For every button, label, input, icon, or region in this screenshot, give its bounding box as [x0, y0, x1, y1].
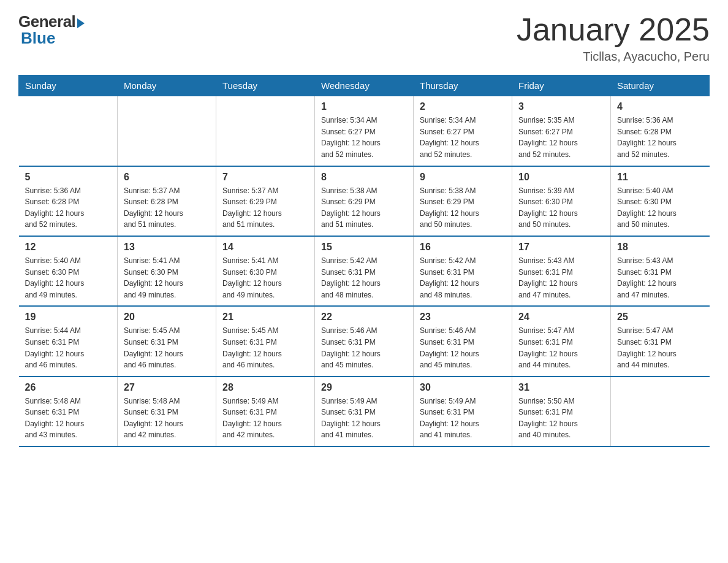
- calendar-table: SundayMondayTuesdayWednesdayThursdayFrid…: [18, 75, 710, 447]
- calendar-cell: 21Sunrise: 5:45 AMSunset: 6:31 PMDayligh…: [216, 306, 315, 376]
- day-info: Sunrise: 5:36 AMSunset: 6:28 PMDaylight:…: [25, 185, 112, 231]
- calendar-cell: 11Sunrise: 5:40 AMSunset: 6:30 PMDayligh…: [611, 166, 710, 236]
- day-number: 19: [25, 312, 112, 323]
- day-number: 5: [25, 172, 112, 183]
- header-row: SundayMondayTuesdayWednesdayThursdayFrid…: [19, 75, 710, 96]
- calendar-cell: 27Sunrise: 5:48 AMSunset: 6:31 PMDayligh…: [118, 377, 216, 446]
- week-row-4: 19Sunrise: 5:44 AMSunset: 6:31 PMDayligh…: [19, 306, 710, 376]
- day-info: Sunrise: 5:37 AMSunset: 6:28 PMDaylight:…: [124, 185, 210, 231]
- header-day-thursday: Thursday: [414, 75, 512, 96]
- calendar-body: 1Sunrise: 5:34 AMSunset: 6:27 PMDaylight…: [19, 96, 710, 446]
- day-number: 13: [124, 242, 210, 253]
- day-info: Sunrise: 5:42 AMSunset: 6:31 PMDaylight:…: [321, 255, 407, 301]
- day-number: 28: [222, 382, 308, 393]
- calendar-cell: 1Sunrise: 5:34 AMSunset: 6:27 PMDaylight…: [315, 96, 414, 166]
- day-info: Sunrise: 5:48 AMSunset: 6:31 PMDaylight:…: [25, 396, 112, 441]
- day-info: Sunrise: 5:38 AMSunset: 6:29 PMDaylight:…: [321, 185, 407, 231]
- calendar-cell: 30Sunrise: 5:49 AMSunset: 6:31 PMDayligh…: [414, 377, 512, 446]
- day-number: 17: [518, 242, 604, 253]
- day-number: 12: [25, 242, 112, 253]
- day-number: 26: [25, 382, 112, 393]
- day-number: 31: [518, 382, 604, 393]
- day-number: 21: [222, 312, 308, 323]
- calendar-cell: 10Sunrise: 5:39 AMSunset: 6:30 PMDayligh…: [512, 166, 611, 236]
- day-number: 8: [321, 172, 407, 183]
- header-day-wednesday: Wednesday: [315, 75, 414, 96]
- calendar-cell: 2Sunrise: 5:34 AMSunset: 6:27 PMDaylight…: [414, 96, 512, 166]
- calendar-cell: 24Sunrise: 5:47 AMSunset: 6:31 PMDayligh…: [512, 306, 611, 376]
- day-number: 4: [617, 101, 703, 112]
- calendar-cell: 3Sunrise: 5:35 AMSunset: 6:27 PMDaylight…: [512, 96, 611, 166]
- day-info: Sunrise: 5:41 AMSunset: 6:30 PMDaylight:…: [124, 255, 210, 301]
- header-day-monday: Monday: [118, 75, 216, 96]
- day-number: 2: [420, 101, 506, 112]
- day-number: 14: [222, 242, 308, 253]
- title-block: January 2025 Ticllas, Ayacucho, Peru: [517, 12, 710, 64]
- calendar-cell: 18Sunrise: 5:43 AMSunset: 6:31 PMDayligh…: [611, 236, 710, 306]
- day-number: 11: [617, 172, 703, 183]
- day-info: Sunrise: 5:42 AMSunset: 6:31 PMDaylight:…: [420, 255, 506, 301]
- day-number: 10: [518, 172, 604, 183]
- day-number: 27: [124, 382, 210, 393]
- day-number: 6: [124, 172, 210, 183]
- calendar-cell: 16Sunrise: 5:42 AMSunset: 6:31 PMDayligh…: [414, 236, 512, 306]
- calendar-cell: 6Sunrise: 5:37 AMSunset: 6:28 PMDaylight…: [118, 166, 216, 236]
- calendar-header: SundayMondayTuesdayWednesdayThursdayFrid…: [19, 75, 710, 96]
- day-info: Sunrise: 5:35 AMSunset: 6:27 PMDaylight:…: [518, 115, 604, 160]
- header-day-friday: Friday: [512, 75, 611, 96]
- day-info: Sunrise: 5:36 AMSunset: 6:28 PMDaylight:…: [617, 115, 703, 160]
- calendar-cell: [118, 96, 216, 166]
- day-info: Sunrise: 5:43 AMSunset: 6:31 PMDaylight:…: [518, 255, 604, 301]
- day-info: Sunrise: 5:49 AMSunset: 6:31 PMDaylight:…: [420, 396, 506, 441]
- day-info: Sunrise: 5:34 AMSunset: 6:27 PMDaylight:…: [321, 115, 407, 160]
- day-number: 1: [321, 101, 407, 112]
- calendar-cell: 20Sunrise: 5:45 AMSunset: 6:31 PMDayligh…: [118, 306, 216, 376]
- header-day-saturday: Saturday: [611, 75, 710, 96]
- day-info: Sunrise: 5:47 AMSunset: 6:31 PMDaylight:…: [617, 325, 703, 370]
- day-info: Sunrise: 5:40 AMSunset: 6:30 PMDaylight:…: [25, 255, 112, 301]
- header-day-tuesday: Tuesday: [216, 75, 315, 96]
- day-info: Sunrise: 5:45 AMSunset: 6:31 PMDaylight:…: [222, 325, 308, 370]
- day-number: 18: [617, 242, 703, 253]
- day-info: Sunrise: 5:49 AMSunset: 6:31 PMDaylight:…: [222, 396, 308, 441]
- day-info: Sunrise: 5:50 AMSunset: 6:31 PMDaylight:…: [518, 396, 604, 441]
- day-number: 3: [518, 101, 604, 112]
- day-number: 15: [321, 242, 407, 253]
- calendar-cell: 15Sunrise: 5:42 AMSunset: 6:31 PMDayligh…: [315, 236, 414, 306]
- calendar-cell: [611, 377, 710, 446]
- header-day-sunday: Sunday: [19, 75, 118, 96]
- location-title: Ticllas, Ayacucho, Peru: [517, 50, 710, 64]
- day-info: Sunrise: 5:43 AMSunset: 6:31 PMDaylight:…: [617, 255, 703, 301]
- day-number: 25: [617, 312, 703, 323]
- day-info: Sunrise: 5:48 AMSunset: 6:31 PMDaylight:…: [124, 396, 210, 441]
- calendar-cell: 22Sunrise: 5:46 AMSunset: 6:31 PMDayligh…: [315, 306, 414, 376]
- day-number: 29: [321, 382, 407, 393]
- page-header: General Blue January 2025 Ticllas, Ayacu…: [18, 12, 710, 64]
- calendar-cell: 19Sunrise: 5:44 AMSunset: 6:31 PMDayligh…: [19, 306, 118, 376]
- day-number: 22: [321, 312, 407, 323]
- calendar-cell: [19, 96, 118, 166]
- week-row-3: 12Sunrise: 5:40 AMSunset: 6:30 PMDayligh…: [19, 236, 710, 306]
- calendar-cell: 26Sunrise: 5:48 AMSunset: 6:31 PMDayligh…: [19, 377, 118, 446]
- day-info: Sunrise: 5:38 AMSunset: 6:29 PMDaylight:…: [420, 185, 506, 231]
- calendar-cell: 9Sunrise: 5:38 AMSunset: 6:29 PMDaylight…: [414, 166, 512, 236]
- week-row-1: 1Sunrise: 5:34 AMSunset: 6:27 PMDaylight…: [19, 96, 710, 166]
- day-number: 20: [124, 312, 210, 323]
- day-info: Sunrise: 5:37 AMSunset: 6:29 PMDaylight:…: [222, 185, 308, 231]
- day-number: 9: [420, 172, 506, 183]
- calendar-cell: 25Sunrise: 5:47 AMSunset: 6:31 PMDayligh…: [611, 306, 710, 376]
- calendar-cell: 14Sunrise: 5:41 AMSunset: 6:30 PMDayligh…: [216, 236, 315, 306]
- day-number: 30: [420, 382, 506, 393]
- month-title: January 2025: [517, 12, 710, 47]
- calendar-cell: 8Sunrise: 5:38 AMSunset: 6:29 PMDaylight…: [315, 166, 414, 236]
- day-number: 7: [222, 172, 308, 183]
- day-info: Sunrise: 5:44 AMSunset: 6:31 PMDaylight:…: [25, 325, 112, 370]
- day-info: Sunrise: 5:46 AMSunset: 6:31 PMDaylight:…: [321, 325, 407, 370]
- calendar-cell: 7Sunrise: 5:37 AMSunset: 6:29 PMDaylight…: [216, 166, 315, 236]
- calendar-cell: 13Sunrise: 5:41 AMSunset: 6:30 PMDayligh…: [118, 236, 216, 306]
- week-row-2: 5Sunrise: 5:36 AMSunset: 6:28 PMDaylight…: [19, 166, 710, 236]
- calendar-cell: 29Sunrise: 5:49 AMSunset: 6:31 PMDayligh…: [315, 377, 414, 446]
- logo-triangle-icon: [77, 18, 85, 28]
- calendar-cell: 31Sunrise: 5:50 AMSunset: 6:31 PMDayligh…: [512, 377, 611, 446]
- day-info: Sunrise: 5:46 AMSunset: 6:31 PMDaylight:…: [420, 325, 506, 370]
